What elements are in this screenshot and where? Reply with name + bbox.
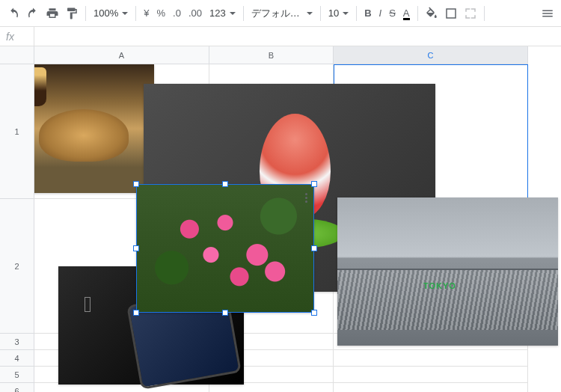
cell-c4[interactable] — [334, 350, 528, 367]
zoom-value: 100% — [94, 7, 118, 19]
resize-handle-w[interactable] — [133, 245, 139, 251]
merge-cells-button[interactable] — [462, 4, 479, 22]
separator — [320, 6, 321, 21]
column-headers: A B C — [34, 46, 561, 64]
undo-button[interactable] — [4, 4, 22, 22]
currency-button[interactable]: ¥ — [141, 4, 152, 22]
resize-handle-nw[interactable] — [133, 181, 139, 187]
number-format-label: 123 — [209, 7, 226, 19]
column-header-b[interactable]: B — [209, 46, 334, 64]
borders-button[interactable] — [442, 4, 460, 22]
row-header-6[interactable]: 6 — [0, 383, 34, 392]
decrease-decimal-button[interactable]: .0 — [170, 4, 184, 22]
chevron-down-icon — [122, 12, 128, 15]
separator — [85, 6, 86, 21]
more-menu-button[interactable] — [539, 4, 557, 22]
row-header-4[interactable]: 4 — [0, 350, 34, 367]
font-size-select[interactable]: 10 — [325, 4, 352, 22]
resize-handle-ne[interactable] — [311, 181, 317, 187]
image-burger[interactable] — [24, 64, 154, 193]
cell-c5[interactable] — [334, 367, 528, 383]
formula-bar: fx — [0, 27, 561, 46]
select-all-corner[interactable] — [0, 46, 34, 64]
zoom-select[interactable]: 100% — [91, 4, 131, 22]
resize-handle-sw[interactable] — [133, 310, 139, 316]
column-header-c[interactable]: C — [334, 46, 528, 64]
font-family-select[interactable]: デフォルト... — [248, 4, 316, 22]
row-header-3[interactable]: 3 — [0, 334, 34, 350]
text-color-button[interactable]: A — [400, 4, 413, 22]
strikethrough-button[interactable]: S — [386, 4, 399, 22]
formula-input[interactable] — [34, 27, 561, 46]
image-roses[interactable] — [136, 184, 314, 313]
chevron-down-icon — [230, 12, 236, 15]
chevron-down-icon — [307, 12, 313, 15]
fill-color-button[interactable] — [423, 4, 441, 22]
separator — [135, 6, 136, 21]
resize-handle-n[interactable] — [222, 181, 228, 187]
row-header-1[interactable]: 1 — [0, 64, 34, 199]
resize-handle-se[interactable] — [311, 310, 317, 316]
percent-button[interactable]: % — [153, 4, 168, 22]
chevron-down-icon — [343, 12, 349, 15]
separator — [417, 6, 418, 21]
row-headers: 1 2 3 4 5 6 — [0, 64, 34, 392]
italic-button[interactable]: I — [376, 4, 385, 22]
increase-decimal-button[interactable]: .00 — [186, 4, 205, 22]
row-header-5[interactable]: 5 — [0, 367, 34, 383]
print-button[interactable] — [43, 4, 61, 22]
resize-handle-s[interactable] — [222, 310, 228, 316]
spreadsheet-grid: A B C 1 2 3 4 5 6 — [0, 46, 561, 392]
paint-format-button[interactable] — [63, 4, 81, 22]
separator — [243, 6, 244, 21]
separator — [484, 6, 485, 21]
row-header-2[interactable]: 2 — [0, 199, 34, 334]
cell-c6[interactable] — [334, 383, 528, 392]
bold-button[interactable]: B — [361, 4, 374, 22]
redo-button[interactable] — [24, 4, 42, 22]
font-family-label: デフォルト... — [251, 7, 303, 20]
fx-label: fx — [0, 27, 34, 46]
toolbar: 100% ¥ % .0 .00 123 デフォルト... 10 B I S A — [0, 0, 561, 27]
font-size-value: 10 — [328, 7, 339, 19]
image-tokyo-dome[interactable] — [337, 197, 558, 346]
resize-handle-e[interactable] — [311, 245, 317, 251]
separator — [356, 6, 357, 21]
column-header-a[interactable]: A — [34, 46, 209, 64]
number-format-select[interactable]: 123 — [206, 4, 239, 22]
